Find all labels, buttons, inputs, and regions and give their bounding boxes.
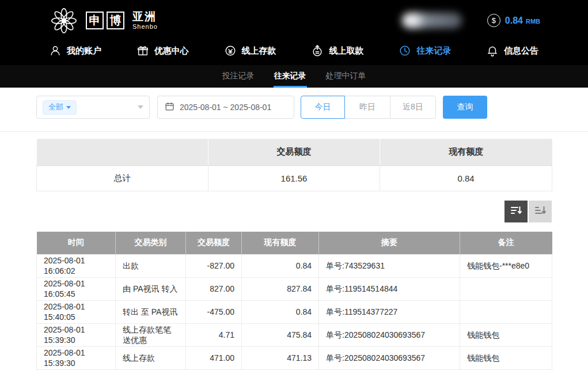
selected-filter-tag[interactable]: 全部 [43,100,77,115]
tab-processing-orders[interactable]: 处理中订单 [325,65,367,88]
records-icon [399,44,411,57]
cell-summary: 单号:202508024030693567 [319,324,460,347]
table-row: 2025-08-01 15:39:30 线上存款 471.00 471.13 单… [37,347,552,370]
summary-header-empty [37,139,208,165]
tab-transaction-records[interactable]: 往来记录 [274,65,307,88]
tab-betting-records[interactable]: 投注记录 [222,65,255,88]
cell-remarks: 钱能钱包 [460,324,552,347]
balance-currency: RMB [526,16,540,25]
quick-date-button-group: 今日 昨日 近8日 [301,96,436,119]
nav-label: 我的账户 [67,46,101,56]
sort-controls [36,201,552,222]
table-row: 2025-08-01 16:06:02 出款 -827.00 0.84 单号:7… [37,255,552,278]
gift-icon [136,44,149,57]
cell-transaction-amount: 4.71 [186,324,242,347]
tag-caret-icon [66,106,71,109]
nav-label: 优惠中心 [154,46,189,56]
cell-type: 线上存款 [116,347,186,370]
sub-navigation: 投注记录 往来记录 处理中订单 [0,65,588,88]
calendar-icon [165,101,174,114]
nav-item-my-account[interactable]: 我的账户 [49,41,101,61]
type-filter-select[interactable]: 全部 [36,96,150,119]
cell-time: 2025-08-01 15:39:30 [37,324,116,347]
cell-type: 出款 [116,255,186,278]
sort-ascending-icon [534,205,546,218]
cell-remarks [460,301,552,324]
cell-summary: 单号:743529631 [319,255,460,278]
cell-remarks [460,278,552,301]
main-navigation: 我的账户 优惠中心 线上存款 线上取款 [0,41,588,65]
yesterday-button[interactable]: 昨日 [344,96,390,119]
records-header-row: 时间 交易类别 交易额度 现有额度 摘要 备注 [37,232,552,255]
summary-transaction-amount: 161.56 [208,165,380,191]
date-range-input[interactable]: 2025-08-01 ~ 2025-08-01 [157,96,294,119]
nav-label: 线上取款 [329,46,363,56]
cell-time: 2025-08-01 16:06:02 [37,255,116,278]
nav-label: 信息公告 [504,46,538,56]
column-header-current-balance: 现有额度 [242,232,319,255]
cell-type: 由 PA视讯 转入 [116,278,186,301]
cell-transaction-amount: 471.00 [186,347,242,370]
currency-icon: $ [487,14,500,27]
nav-item-transaction-records[interactable]: 往来记录 [399,41,451,61]
logo-char-1: 申 [86,12,104,29]
column-header-time: 时间 [37,232,116,255]
column-header-remarks: 备注 [460,232,552,255]
cell-time: 2025-08-01 15:39:30 [37,347,116,370]
cell-time: 2025-08-01 15:40:05 [37,301,116,324]
nav-item-online-withdrawal[interactable]: 线上取款 [311,41,363,61]
cell-time: 2025-08-01 16:05:45 [37,278,116,301]
cell-current-balance: 0.84 [242,255,319,278]
chevron-down-icon [138,105,143,109]
logo-char-2: 博 [107,12,124,29]
table-row: 2025-08-01 15:39:30 线上存款笔笔送优惠 4.71 475.8… [37,324,552,347]
announcement-icon [486,44,499,57]
summary-total-row: 总计 161.56 0.84 [37,165,552,191]
site-logo[interactable]: 申 博 亚洲 Shenbo [49,6,158,36]
column-header-type: 交易类别 [116,232,186,255]
logo-brand-characters: 申 博 [86,12,124,29]
sort-descending-button[interactable] [504,201,528,222]
nav-item-online-deposit[interactable]: 线上存款 [224,41,276,61]
cell-remarks: 钱能钱包-***e8e0 [460,255,552,278]
summary-header-current-balance: 现有额度 [380,139,552,165]
nav-label: 线上存款 [242,46,276,56]
cell-summary: 单号:202508024030693567 [319,347,460,370]
cell-type: 线上存款笔笔送优惠 [116,324,186,347]
sort-descending-icon [510,205,522,218]
blurred-username[interactable] [402,13,462,28]
date-range-value: 2025-08-01 ~ 2025-08-01 [180,103,271,112]
search-button[interactable]: 查询 [443,96,487,119]
cell-type: 转出 至 PA视讯 [116,301,186,324]
summary-header-row: 交易额度 现有额度 [37,139,552,165]
nav-item-promotions[interactable]: 优惠中心 [136,41,189,61]
cell-current-balance: 827.84 [242,278,319,301]
top-header: 申 博 亚洲 Shenbo $ 0.84 RMB [0,0,588,41]
cell-current-balance: 0.84 [242,301,319,324]
column-header-transaction-amount: 交易额度 [186,232,242,255]
withdraw-icon [311,44,324,57]
today-button[interactable]: 今日 [301,96,345,119]
records-table: 时间 交易类别 交易额度 现有额度 摘要 备注 2025-08-01 16:06… [36,232,552,370]
nav-item-announcements[interactable]: 信息公告 [486,41,538,61]
deposit-icon [224,44,237,57]
table-row: 2025-08-01 16:05:45 由 PA视讯 转入 827.00 827… [37,278,552,301]
summary-current-balance: 0.84 [380,165,552,191]
cell-remarks: 钱能钱包 [460,347,552,370]
summary-total-label: 总计 [37,165,208,191]
balance-amount: 0.84 [505,16,523,26]
flower-logo-icon [49,6,79,36]
sort-ascending-button[interactable] [529,201,552,222]
summary-table: 交易额度 现有额度 总计 161.56 0.84 [36,139,552,191]
section-divider [0,131,588,132]
user-icon [49,44,62,57]
cell-transaction-amount: 827.00 [186,278,242,301]
nav-label: 往来记录 [416,46,451,56]
logo-subtitle: Shenbo [132,23,158,30]
last-8-days-button[interactable]: 近8日 [390,96,436,119]
filter-bar: 全部 2025-08-01 ~ 2025-08-01 今日 昨日 近8日 查询 [0,88,588,119]
cell-current-balance: 471.13 [242,347,319,370]
cell-current-balance: 475.84 [242,324,319,347]
summary-header-transaction-amount: 交易额度 [208,139,380,165]
cell-transaction-amount: -475.00 [186,301,242,324]
